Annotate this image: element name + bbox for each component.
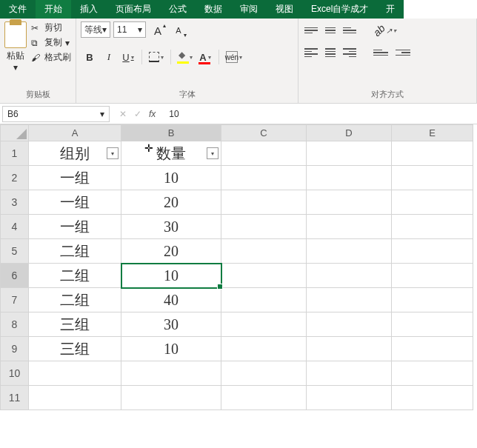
row-header[interactable]: 9 [1,337,29,361]
font-name-select[interactable]: 等线 ▾ [81,21,110,38]
tab-view[interactable]: 视图 [267,0,302,19]
cell[interactable] [307,288,392,312]
row-header[interactable]: 5 [1,239,29,264]
formula-input[interactable]: 10 [163,107,477,121]
cell-C1[interactable] [221,141,307,166]
cell-A6[interactable]: 二组 [29,264,121,288]
cell[interactable] [392,166,473,190]
row-header[interactable]: 3 [1,190,29,215]
row-header[interactable]: 10 [1,361,29,386]
tab-custom[interactable]: Excel自学成才 [302,0,377,19]
tab-insert[interactable]: 插入 [71,0,107,19]
cell[interactable] [307,361,392,386]
font-size-select[interactable]: 11 ▾ [113,21,146,38]
row-header[interactable]: 6 [1,264,29,288]
align-bottom-button[interactable] [341,23,358,38]
cell-A5[interactable]: 二组 [29,239,121,264]
cell[interactable] [121,386,221,410]
cell-B2[interactable]: 10 [121,166,221,190]
cell[interactable] [29,361,121,386]
cell[interactable] [29,386,121,410]
cell[interactable] [221,190,307,215]
tab-file[interactable]: 文件 [0,0,36,19]
filter-button[interactable]: ▾ [107,147,119,159]
orientation-button[interactable]: ab ↗ ▾ [371,21,398,39]
cell[interactable] [392,288,473,312]
select-all-corner[interactable] [1,125,29,141]
cell[interactable] [307,239,392,264]
paste-button[interactable]: 粘贴 ▾ [4,21,27,73]
border-button[interactable]: ▾ [147,48,166,66]
row-header[interactable]: 1 [1,141,29,166]
cell[interactable] [392,312,473,337]
increase-indent-button[interactable] [393,44,413,61]
tab-formulas[interactable]: 公式 [160,0,196,19]
align-center-button[interactable] [322,45,338,60]
cell[interactable] [221,386,307,410]
spreadsheet-grid[interactable]: A B C D E 1 组别 ▾ 数量 ▾ 2 一组 10 [0,124,477,410]
col-header-A[interactable]: A [29,125,121,141]
copy-button[interactable]: ⧉ 复制 ▾ [31,36,71,49]
cell-A1[interactable]: 组别 ▾ [29,141,121,166]
cell[interactable] [392,386,473,410]
formula-cancel-button[interactable]: ✕ [119,109,127,119]
col-header-B[interactable]: B [121,125,221,141]
align-left-button[interactable] [303,45,319,60]
cell-B5[interactable]: 20 [121,239,221,264]
cell[interactable] [392,337,473,361]
cell[interactable] [221,166,307,190]
cell[interactable] [121,361,221,386]
row-header[interactable]: 7 [1,288,29,312]
cell[interactable] [307,312,392,337]
row-header[interactable]: 2 [1,166,29,190]
cell-B4[interactable]: 30 [121,215,221,239]
font-color-button[interactable]: A▾ [196,48,214,66]
cell[interactable] [307,264,392,288]
bold-button[interactable]: B [81,48,99,66]
decrease-font-button[interactable]: A ▾ [170,21,187,39]
cell-A7[interactable]: 二组 [29,288,121,312]
cell-B7[interactable]: 40 [121,288,221,312]
cell-A8[interactable]: 三组 [29,312,121,337]
cell-B1[interactable]: 数量 ▾ [121,141,221,166]
cell[interactable] [392,361,473,386]
cell-B3[interactable]: 20 [121,190,221,215]
cell[interactable] [392,264,473,288]
cell[interactable] [392,215,473,239]
col-header-C[interactable]: C [221,125,307,141]
italic-button[interactable]: I [100,48,118,66]
align-middle-button[interactable] [322,23,338,38]
cell[interactable] [221,215,307,239]
tab-overflow[interactable]: 开 [377,0,404,19]
row-header[interactable]: 11 [1,386,29,410]
align-top-button[interactable] [303,23,319,38]
tab-page-layout[interactable]: 页面布局 [107,0,160,19]
decrease-indent-button[interactable] [371,44,390,61]
cell[interactable] [307,215,392,239]
cell-A2[interactable]: 一组 [29,166,121,190]
tab-review[interactable]: 审阅 [231,0,267,19]
cell-B9[interactable]: 10 [121,337,221,361]
fill-color-button[interactable]: ▾ [176,48,195,66]
increase-font-button[interactable]: A ▴ [149,21,167,39]
cell[interactable] [221,361,307,386]
cell[interactable] [221,239,307,264]
cell[interactable] [221,288,307,312]
cell-E1[interactable] [392,141,473,166]
filter-button[interactable]: ▾ [207,147,219,159]
col-header-E[interactable]: E [392,125,473,141]
cell[interactable] [221,312,307,337]
col-header-D[interactable]: D [307,125,392,141]
cell[interactable] [392,190,473,215]
tab-data[interactable]: 数据 [196,0,231,19]
cell-A4[interactable]: 一组 [29,215,121,239]
cell[interactable] [307,337,392,361]
cell-A3[interactable]: 一组 [29,190,121,215]
underline-button[interactable]: U▾ [119,48,137,66]
cell-D1[interactable] [307,141,392,166]
cell[interactable] [307,386,392,410]
format-painter-button[interactable]: 🖌 格式刷 [31,51,71,64]
formula-enter-button[interactable]: ✓ [134,109,141,119]
cell[interactable] [307,190,392,215]
cell-B8[interactable]: 30 [121,312,221,337]
